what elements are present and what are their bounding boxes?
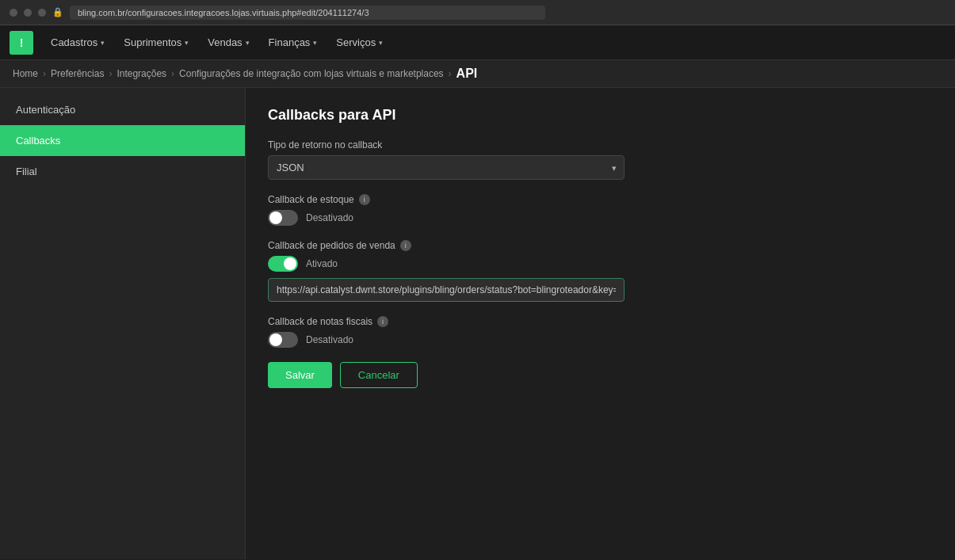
return-type-label: Tipo de retorno no callback bbox=[268, 139, 933, 150]
nav-financas[interactable]: Finanças ▾ bbox=[261, 32, 326, 53]
button-row: Salvar Cancelar bbox=[268, 362, 933, 388]
breadcrumb-integracoes[interactable]: Integrações bbox=[117, 68, 166, 79]
pedidos-slider bbox=[268, 256, 298, 272]
breadcrumb-sep-4: › bbox=[449, 68, 452, 79]
breadcrumb-sep-1: › bbox=[43, 68, 46, 79]
estoque-status-label: Desativado bbox=[306, 212, 353, 223]
estoque-slider bbox=[268, 210, 298, 226]
top-navbar: ! Cadastros ▾ Suprimentos ▾ Vendas ▾ Fin… bbox=[0, 25, 955, 60]
estoque-toggle-row: Desativado bbox=[268, 210, 933, 226]
chevron-icon: ▾ bbox=[185, 39, 189, 47]
notas-toggle-row: Desativado bbox=[268, 332, 933, 348]
estoque-toggle[interactable] bbox=[268, 210, 298, 226]
chevron-icon: ▾ bbox=[379, 39, 383, 47]
chevron-icon: ▾ bbox=[313, 39, 317, 47]
notas-toggle[interactable] bbox=[268, 332, 298, 348]
nav-vendas[interactable]: Vendas ▾ bbox=[200, 32, 257, 53]
notas-slider bbox=[268, 332, 298, 348]
return-type-select[interactable]: JSON XML bbox=[268, 155, 625, 180]
pedidos-toggle[interactable] bbox=[268, 256, 298, 272]
nav-cadastros[interactable]: Cadastros ▾ bbox=[43, 32, 113, 53]
notas-status-label: Desativado bbox=[306, 334, 353, 345]
notas-info-icon[interactable]: i bbox=[377, 316, 388, 327]
brand-logo: ! bbox=[10, 31, 33, 55]
sidebar-item-callbacks[interactable]: Callbacks bbox=[0, 125, 245, 156]
browser-dot-2 bbox=[24, 9, 32, 17]
breadcrumb-sep-2: › bbox=[109, 68, 112, 79]
return-type-group: Tipo de retorno no callback JSON XML ▾ bbox=[268, 139, 933, 180]
pedidos-info-icon[interactable]: i bbox=[400, 240, 411, 251]
page-title: Callbacks para API bbox=[268, 107, 933, 124]
cancel-button[interactable]: Cancelar bbox=[340, 362, 418, 388]
sidebar: Autenticação Callbacks Filial bbox=[0, 88, 246, 559]
callback-notas-group: Callback de notas fiscais i Desativado bbox=[268, 316, 933, 348]
chevron-icon: ▾ bbox=[246, 39, 250, 47]
return-type-select-wrapper: JSON XML ▾ bbox=[268, 155, 625, 180]
nav-suprimentos[interactable]: Suprimentos ▾ bbox=[116, 32, 197, 53]
save-button[interactable]: Salvar bbox=[268, 362, 332, 388]
sidebar-item-autenticacao[interactable]: Autenticação bbox=[0, 94, 245, 125]
content-area: Callbacks para API Tipo de retorno no ca… bbox=[246, 88, 955, 559]
pedidos-toggle-row: Ativado bbox=[268, 256, 933, 272]
breadcrumb-sep-3: › bbox=[171, 68, 174, 79]
breadcrumb-preferencias[interactable]: Preferências bbox=[51, 68, 104, 79]
callback-estoque-group: Callback de estoque i Desativado bbox=[268, 194, 933, 226]
browser-dot-1 bbox=[10, 9, 17, 17]
address-bar[interactable]: bling.com.br/configuracoes.integracoes.l… bbox=[70, 6, 545, 20]
sidebar-item-filial[interactable]: Filial bbox=[0, 156, 245, 187]
browser-dot-3 bbox=[38, 9, 46, 17]
nav-servicos[interactable]: Serviços ▾ bbox=[328, 32, 391, 53]
breadcrumb-current: API bbox=[456, 67, 478, 81]
lock-icon: 🔒 bbox=[52, 7, 63, 17]
breadcrumb-home[interactable]: Home bbox=[13, 68, 38, 79]
callback-pedidos-group: Callback de pedidos de venda i Ativado bbox=[268, 240, 933, 302]
breadcrumb: Home › Preferências › Integrações › Conf… bbox=[0, 60, 955, 88]
callback-notas-label: Callback de notas fiscais i bbox=[268, 316, 933, 327]
callback-pedidos-label: Callback de pedidos de venda i bbox=[268, 240, 933, 251]
pedidos-status-label: Ativado bbox=[306, 258, 338, 269]
callback-estoque-label: Callback de estoque i bbox=[268, 194, 933, 205]
estoque-info-icon[interactable]: i bbox=[359, 194, 370, 205]
browser-bar: 🔒 bling.com.br/configuracoes.integracoes… bbox=[0, 0, 955, 25]
pedidos-url-input[interactable] bbox=[268, 278, 625, 302]
chevron-icon: ▾ bbox=[101, 39, 105, 47]
main-layout: Autenticação Callbacks Filial Callbacks … bbox=[0, 88, 955, 559]
breadcrumb-configuracoes[interactable]: Configurações de integração com lojas vi… bbox=[179, 68, 444, 79]
